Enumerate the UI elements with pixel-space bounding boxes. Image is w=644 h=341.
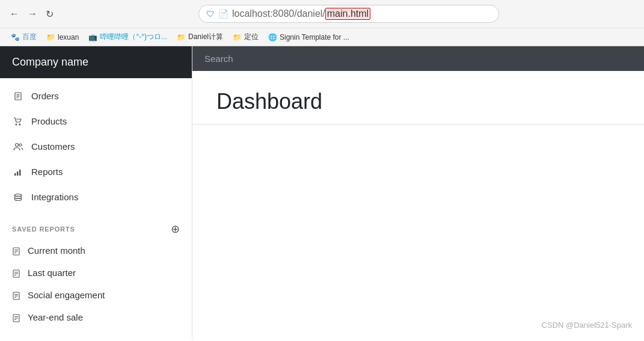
nav-item-orders[interactable]: Orders: [0, 83, 192, 108]
forward-button[interactable]: →: [25, 7, 40, 20]
svg-rect-7: [14, 173, 16, 176]
saved-reports-list: Current month Last quarter: [12, 239, 180, 328]
bookmark-icon-daniel-calc: 📁: [177, 33, 186, 41]
bookmark-location[interactable]: 📁定位: [229, 31, 262, 43]
main-area: Dashboard CSDN @Daniel521-Spark: [192, 46, 644, 339]
bookmark-bilibili[interactable]: 📺哔哩哔哩（°-°)つロ...: [85, 31, 171, 43]
nav-buttons: ← → ↻: [7, 7, 56, 21]
bookmark-icon-baidu: 🐾: [11, 33, 20, 41]
bookmarks-bar: 🐾百度📁lexuan📺哔哩哔哩（°-°)つロ...📁Daniel计算📁定位🌐Si…: [0, 28, 644, 46]
sidebar-nav: Orders Products Customers Reports: [0, 78, 192, 214]
nav-item-integrations[interactable]: Integrations: [0, 184, 192, 209]
search-input[interactable]: [204, 54, 632, 64]
company-name: Company name: [12, 56, 88, 68]
page-title: Dashboard: [216, 89, 620, 114]
sidebar-header: Company name: [0, 46, 192, 78]
bookmark-signin[interactable]: 🌐Signin Template for ...: [265, 32, 353, 43]
bookmark-icon-signin: 🌐: [268, 33, 277, 41]
nav-icon-products: [12, 115, 24, 126]
report-label-year-end-sale: Year-end sale: [28, 312, 83, 322]
svg-point-4: [19, 124, 20, 125]
report-item-last-quarter[interactable]: Last quarter: [12, 262, 180, 284]
shield-icon: 🛡: [206, 9, 215, 19]
report-item-year-end-sale[interactable]: Year-end sale: [12, 306, 180, 328]
saved-reports-header: SAVED REPORTS ⊕: [12, 224, 180, 235]
nav-label-products: Products: [31, 116, 67, 126]
report-icon-social-engagement: [12, 290, 20, 300]
bookmark-icon-location: 📁: [233, 33, 242, 41]
nav-icon-orders: [12, 90, 24, 101]
nav-item-customers[interactable]: Customers: [0, 134, 192, 159]
report-label-last-quarter: Last quarter: [28, 268, 76, 278]
main-content: Dashboard CSDN @Daniel521-Spark: [192, 71, 644, 339]
divider: [192, 124, 644, 124]
nav-label-customers: Customers: [31, 141, 75, 152]
reload-button[interactable]: ↻: [43, 7, 56, 21]
page-icon: 📄: [218, 9, 228, 19]
svg-point-3: [16, 124, 17, 125]
nav-label-reports: Reports: [31, 167, 63, 177]
nav-label-orders: Orders: [31, 91, 59, 101]
report-icon-current-month: [12, 245, 20, 255]
watermark: CSDN @Daniel521-Spark: [542, 321, 632, 330]
bookmark-label-baidu: 百度: [22, 32, 37, 42]
report-item-social-engagement[interactable]: Social engagement: [12, 284, 180, 306]
bookmark-icon-bilibili: 📺: [88, 33, 97, 41]
report-label-current-month: Current month: [28, 245, 85, 256]
svg-rect-8: [17, 171, 19, 176]
sidebar: Company name Orders Products Customer: [0, 46, 192, 339]
saved-reports-label: SAVED REPORTS: [12, 226, 75, 233]
report-icon-year-end-sale: [12, 312, 20, 322]
address-bar-container: 🛡 📄 localhost:8080/daniel/main.html: [198, 5, 499, 23]
nav-item-reports[interactable]: Reports: [0, 159, 192, 184]
back-button[interactable]: ←: [7, 7, 22, 20]
nav-icon-integrations: [12, 191, 24, 202]
svg-point-6: [19, 144, 22, 146]
saved-reports-section: SAVED REPORTS ⊕ Current month: [0, 214, 192, 333]
svg-point-5: [16, 143, 19, 146]
nav-label-integrations: Integrations: [31, 192, 78, 202]
browser-chrome: ← → ↻ 🛡 📄 localhost:8080/daniel/main.htm…: [0, 0, 644, 46]
address-highlight: main.html: [325, 8, 370, 20]
bookmark-baidu[interactable]: 🐾百度: [7, 31, 40, 43]
nav-icon-customers: [12, 141, 24, 152]
bookmark-label-daniel-calc: Daniel计算: [188, 32, 223, 42]
app-container: Company name Orders Products Customer: [0, 46, 644, 339]
svg-rect-9: [19, 170, 21, 176]
nav-icon-reports: [12, 166, 24, 177]
address-before: localhost:8080/daniel/: [232, 8, 325, 19]
browser-toolbar: ← → ↻ 🛡 📄 localhost:8080/daniel/main.htm…: [0, 0, 644, 28]
report-icon-last-quarter: [12, 268, 20, 277]
bookmark-label-location: 定位: [244, 32, 259, 42]
add-report-button[interactable]: ⊕: [171, 224, 180, 235]
nav-item-products[interactable]: Products: [0, 108, 192, 134]
report-item-current-month[interactable]: Current month: [12, 239, 180, 262]
bookmark-icon-lexuan: 📁: [46, 33, 55, 41]
bookmark-label-lexuan: lexuan: [58, 33, 79, 41]
bookmark-daniel-calc[interactable]: 📁Daniel计算: [173, 31, 227, 43]
report-label-social-engagement: Social engagement: [28, 290, 105, 300]
top-bar: [192, 46, 644, 71]
bookmark-label-bilibili: 哔哩哔哩（°-°)つロ...: [100, 32, 167, 42]
bookmark-label-signin: Signin Template for ...: [280, 33, 349, 41]
bookmark-lexuan[interactable]: 📁lexuan: [43, 32, 82, 43]
